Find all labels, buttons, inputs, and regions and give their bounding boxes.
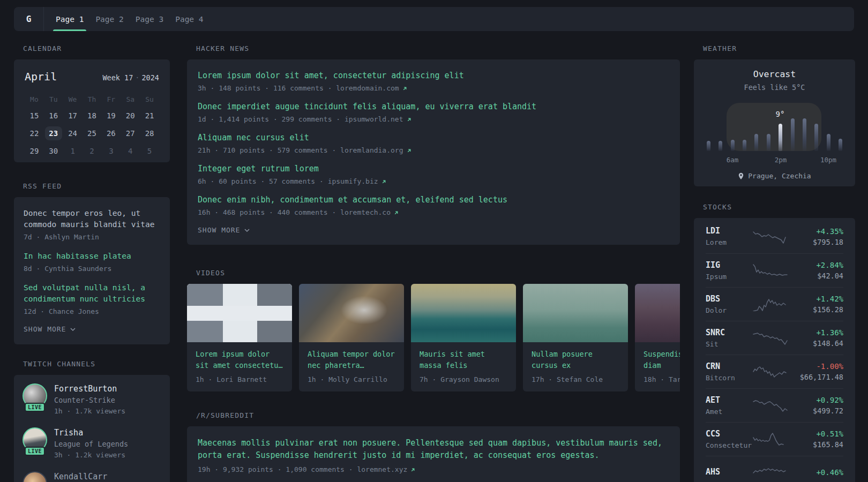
weather-bar-current [779, 124, 782, 151]
rss-item-meta: 7d · Ashlyn Martin [24, 232, 160, 242]
video-thumbnail[interactable] [187, 284, 292, 342]
calendar-day: 26 [102, 126, 119, 140]
twitch-channel-row[interactable]: KendallCarr [23, 471, 161, 482]
video-title[interactable]: Aliquam tempor dolor nec pharetra… [308, 349, 395, 371]
weekday-label: Fr [101, 94, 121, 105]
calendar-section-header: CALENDAR [14, 45, 170, 52]
app-logo[interactable]: G [14, 7, 44, 31]
hn-item-title[interactable]: Aliquam nec cursus elit [198, 132, 669, 143]
stock-row[interactable]: IIG Ipsum +2.84% $42.04 [706, 253, 843, 287]
weather-bar [791, 118, 795, 151]
calendar-day: 20 [122, 109, 139, 123]
twitch-channel-row[interactable]: LIVE ForrestBurton Counter-Strike 1h · 1… [23, 383, 161, 416]
hn-item: Integer eget rutrum lorem 6h · 60 points… [198, 163, 669, 186]
calendar-day: 15 [26, 109, 43, 123]
location-pin-icon [738, 172, 744, 180]
external-link-icon[interactable] [381, 179, 387, 185]
twitch-channel-row[interactable]: LIVE Trisha League of Legends 3h · 1.2k … [23, 427, 161, 460]
live-badge: LIVE [25, 447, 45, 456]
rss-item-title[interactable]: Donec tempor eros leo, ut commodo mauris… [24, 208, 160, 230]
rss-item-meta: 12d · Chance Jones [24, 307, 160, 317]
weekday-label: We [63, 94, 83, 105]
weekday-label: Sa [121, 94, 140, 105]
tab-page-1[interactable]: Page 1 [50, 7, 89, 31]
external-link-icon[interactable] [393, 210, 399, 216]
video-thumbnail[interactable] [411, 284, 516, 342]
weather-location: Prague, Czechia [694, 172, 855, 180]
hour-labels: 6am 2pm 10pm [707, 156, 842, 164]
stock-sparkline [753, 297, 788, 311]
weekday-label: Mo [25, 94, 44, 105]
external-link-icon[interactable] [406, 148, 412, 154]
hn-item-title[interactable]: Donec imperdiet augue tincidunt felis al… [198, 101, 669, 112]
current-temperature: 9° [776, 110, 785, 118]
stock-name: Dolor [706, 306, 753, 315]
calendar-day: 22 [26, 126, 43, 140]
rss-item: Sed volutpat nulla nisl, a condimentum n… [24, 282, 160, 317]
video-thumbnail[interactable] [523, 284, 628, 342]
stocks-widget: LDI Lorem +4.35% $795.18 IIG Ipsum [694, 218, 855, 482]
stock-sparkline [753, 365, 788, 379]
calendar-month: April [25, 70, 57, 83]
video-title[interactable]: Nullam posuere cursus ex [532, 349, 619, 371]
hn-item-meta: 3h · 148 points · 116 comments · loremdo… [198, 84, 669, 93]
channel-name[interactable]: KendallCarr [54, 471, 107, 482]
external-link-icon[interactable] [402, 86, 408, 92]
weather-bar [827, 134, 830, 151]
stock-row[interactable]: CCS Consectetur +0.51% $165.84 [706, 422, 843, 456]
stock-ticker: SNRC [706, 328, 753, 338]
reddit-post-title[interactable]: Maecenas mollis pulvinar erat non posuer… [198, 437, 669, 462]
video-meta: 1h · Lori Barnett [196, 375, 283, 384]
video-card[interactable]: Aliquam tempor dolor nec pharetra… 1h · … [299, 284, 404, 391]
channel-name[interactable]: ForrestBurton [54, 383, 125, 394]
stock-sparkline [753, 466, 788, 480]
rss-item-title[interactable]: In hac habitasse platea [24, 251, 160, 262]
calendar-year: 2024 [141, 73, 159, 82]
calendar-day: 18 [83, 109, 100, 123]
video-card[interactable]: Mauris sit amet massa felis 7h · Grayson… [411, 284, 516, 391]
stock-row[interactable]: SNRC Sit +1.36% $148.64 [706, 321, 843, 355]
stock-sparkline [753, 432, 788, 446]
weather-bar [803, 118, 806, 151]
tab-page-3[interactable]: Page 3 [130, 7, 169, 31]
calendar-day-selected: 23 [45, 126, 62, 140]
video-title[interactable]: Lorem ipsum dolor sit amet consectetu… [196, 349, 283, 371]
weather-bar [719, 141, 722, 151]
tab-page-2[interactable]: Page 2 [89, 7, 129, 31]
hackernews-section-header: HACKER NEWS [187, 45, 680, 52]
weather-bar [743, 140, 746, 151]
video-card[interactable]: Suspendisse diam 18h · Tara [635, 284, 680, 391]
tab-page-4[interactable]: Page 4 [169, 7, 209, 31]
stock-row[interactable]: AET Amet +0.92% $499.72 [706, 388, 843, 422]
middle-column: HACKER NEWS Lorem ipsum dolor sit amet, … [187, 40, 680, 482]
stock-row[interactable]: AHS +0.46% [706, 456, 843, 482]
rss-item-title[interactable]: Sed volutpat nulla nisl, a condimentum n… [24, 282, 160, 305]
hn-show-more-button[interactable]: SHOW MORE [198, 226, 669, 234]
video-card[interactable]: Nullam posuere cursus ex 17h · Stefan Co… [523, 284, 628, 391]
stock-row[interactable]: DBS Dolor +1.42% $156.28 [706, 287, 843, 321]
video-title[interactable]: Mauris sit amet massa felis [420, 349, 507, 371]
video-title[interactable]: Suspendisse diam [643, 349, 680, 371]
channel-name[interactable]: Trisha [54, 427, 128, 438]
hn-item-title[interactable]: Lorem ipsum dolor sit amet, consectetur … [198, 70, 669, 81]
hn-item-title[interactable]: Donec enim nibh, condimentum et accumsan… [198, 194, 669, 205]
stock-ticker: IIG [706, 260, 753, 270]
stock-row[interactable]: CRN Bitcorn -1.00% $66,171.48 [706, 355, 843, 388]
hn-item-title[interactable]: Integer eget rutrum lorem [198, 163, 669, 174]
video-card[interactable]: Lorem ipsum dolor sit amet consectetu… 1… [187, 284, 292, 391]
hour-label: 6am [727, 156, 739, 164]
stock-price: $165.84 [813, 440, 843, 449]
hackernews-widget: Lorem ipsum dolor sit amet, consectetur … [187, 59, 680, 245]
stock-row[interactable]: LDI Lorem +4.35% $795.18 [706, 220, 843, 253]
video-thumbnail[interactable] [299, 284, 404, 342]
weekday-label: Tu [44, 94, 63, 105]
calendar-day-next-month: 1 [64, 144, 81, 158]
stock-ticker: CRN [706, 362, 753, 372]
rss-show-more-button[interactable]: SHOW MORE [24, 325, 160, 333]
video-thumbnail[interactable] [635, 284, 680, 342]
rss-section-header: RSS FEED [14, 183, 170, 190]
external-link-icon[interactable] [410, 467, 416, 473]
external-link-icon[interactable] [406, 117, 412, 123]
stock-ticker: DBS [706, 294, 753, 304]
videos-row: Lorem ipsum dolor sit amet consectetu… 1… [187, 284, 680, 391]
